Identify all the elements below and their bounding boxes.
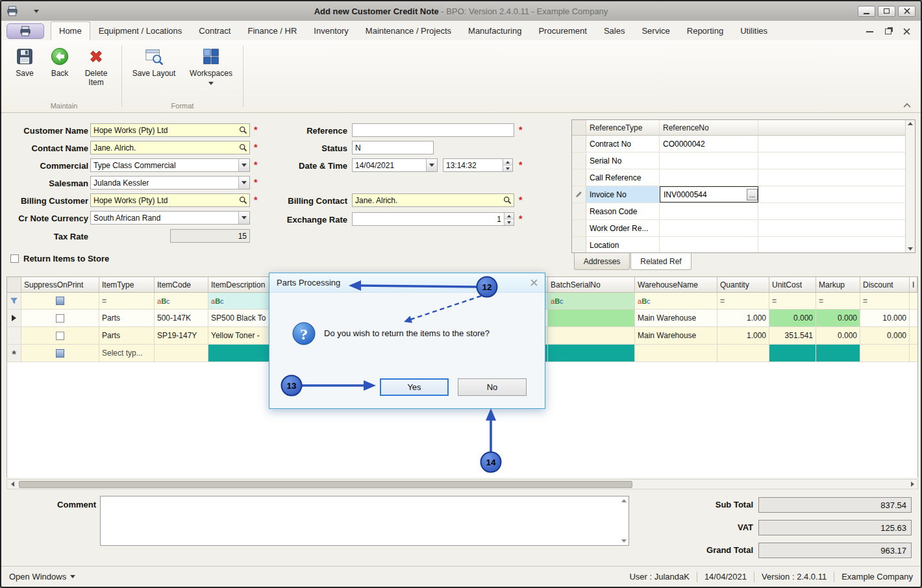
reference-row-reason[interactable]: Reason Code	[572, 203, 905, 220]
dialog-close-icon[interactable]	[530, 279, 538, 286]
mdi-minimize-icon[interactable]	[866, 31, 873, 32]
reference-no-cell[interactable]	[660, 220, 758, 236]
collapse-ribbon-icon[interactable]	[903, 103, 912, 108]
search-icon[interactable]	[239, 196, 247, 204]
suppress-checkbox[interactable]	[56, 332, 64, 340]
reference-row-contract[interactable]: Contract No CO0000042	[572, 136, 905, 153]
scrollbar-thumb[interactable]	[19, 481, 632, 488]
close-button[interactable]	[898, 6, 916, 17]
discount-cell[interactable]: 10.000	[860, 310, 910, 326]
suppress-checkbox[interactable]	[56, 314, 64, 323]
tab-addresses[interactable]: Addresses	[574, 253, 630, 270]
tab-equipment-locations[interactable]: Equipment / Locations	[90, 21, 191, 40]
maximize-button[interactable]	[878, 6, 895, 17]
text-filter-icon[interactable]: aBc	[638, 297, 651, 305]
itemtype-cell[interactable]: Parts	[99, 327, 155, 344]
tab-finance-hr[interactable]: Finance / HR	[239, 21, 305, 40]
unitcost-cell[interactable]: 351.541	[769, 327, 816, 344]
itemcode-cell[interactable]	[155, 345, 208, 361]
tab-reporting[interactable]: Reporting	[679, 21, 732, 40]
markup-cell[interactable]: 0.000	[816, 327, 860, 344]
batchserial-cell[interactable]	[548, 310, 635, 326]
itemcode-cell[interactable]: 500-147K	[155, 310, 208, 326]
warehouse-cell[interactable]: Main Warehouse	[635, 310, 717, 326]
equals-filter-icon[interactable]: =	[102, 297, 106, 306]
tab-manufacturing[interactable]: Manufacturing	[460, 21, 530, 40]
column-header-suppressonprint[interactable]: SuppressOnPrint	[21, 277, 99, 292]
return-items-checkbox[interactable]	[10, 254, 19, 263]
back-button[interactable]: Back	[44, 47, 75, 79]
comment-input[interactable]	[100, 496, 629, 546]
search-icon[interactable]	[239, 126, 247, 134]
discount-cell[interactable]: 0.000	[860, 327, 910, 344]
date-picker[interactable]: 14/04/2021	[352, 158, 438, 172]
quantity-cell[interactable]: 1.000	[717, 310, 769, 326]
reference-input[interactable]	[352, 123, 514, 137]
tab-contract[interactable]: Contract	[190, 21, 239, 40]
dropdown-button[interactable]	[238, 177, 249, 189]
column-header-referenceno[interactable]: ReferenceNo	[660, 120, 758, 135]
reference-no-cell[interactable]	[660, 237, 758, 252]
dropdown-button[interactable]	[426, 159, 437, 171]
spinner-buttons[interactable]	[504, 213, 514, 225]
tab-home[interactable]: Home	[51, 21, 90, 40]
column-header-clipped[interactable]: I	[910, 277, 917, 292]
customer-name-input[interactable]: Hope Works (Pty) Ltd	[90, 123, 250, 137]
column-header-quantity[interactable]: Quantity	[717, 277, 769, 292]
cr-note-currency-select[interactable]: South African Rand	[90, 211, 250, 225]
reference-no-cell[interactable]	[660, 153, 758, 169]
reference-row-location[interactable]: Location	[572, 237, 905, 252]
billing-customer-input[interactable]: Hope Works (Pty) Ltd	[90, 193, 250, 207]
batchserial-cell[interactable]	[548, 345, 635, 361]
workspaces-button[interactable]: Workspaces	[186, 47, 236, 85]
scroll-up-icon[interactable]	[908, 122, 913, 125]
batchserial-cell[interactable]	[548, 327, 635, 344]
tax-rate-field[interactable]: 15	[170, 229, 250, 243]
reference-row-call[interactable]: Call Reference	[572, 169, 905, 186]
minimize-button[interactable]	[858, 6, 875, 17]
column-header-warehousename[interactable]: WarehouseName	[635, 277, 717, 292]
scroll-down-icon[interactable]	[908, 247, 913, 251]
spinner-buttons[interactable]	[503, 159, 512, 171]
salesman-select[interactable]: Julanda Kessler	[90, 176, 250, 190]
unitcost-cell[interactable]: 0.000	[769, 310, 816, 326]
reference-row-serial[interactable]: Serial No	[572, 153, 905, 169]
reference-type-cell[interactable]: Contract No	[586, 136, 660, 152]
search-icon[interactable]	[503, 196, 512, 204]
tab-sales[interactable]: Sales	[595, 21, 634, 40]
column-header-batchserialno[interactable]: BatchSerialNo	[548, 277, 635, 292]
reference-no-cell[interactable]: CO0000042	[660, 136, 758, 152]
invoice-no-editor[interactable]: INV0000544 ...	[660, 186, 758, 202]
equals-filter-icon[interactable]: =	[772, 297, 777, 306]
save-layout-button[interactable]: Save Layout	[130, 47, 178, 79]
search-icon[interactable]	[239, 143, 247, 152]
reference-no-cell[interactable]	[660, 169, 758, 186]
mdi-restore-icon[interactable]	[885, 29, 891, 34]
exchange-rate-spinner[interactable]: 1	[352, 212, 514, 226]
text-filter-icon[interactable]: aBc	[157, 297, 170, 305]
contact-name-input[interactable]: Jane. Alrich.	[90, 141, 250, 154]
equals-filter-icon[interactable]: =	[863, 297, 867, 306]
commercial-select[interactable]: Type Class Commercial	[90, 158, 250, 172]
itemcode-cell[interactable]: SP19-147Y	[155, 327, 208, 344]
itemtype-cell[interactable]: Parts	[99, 310, 155, 326]
markup-cell[interactable]	[816, 345, 860, 361]
lookup-ellipsis-button[interactable]: ...	[747, 189, 758, 201]
tab-procurement[interactable]: Procurement	[530, 21, 595, 40]
tab-maintenance-projects[interactable]: Maintenance / Projects	[357, 21, 460, 40]
no-button[interactable]: No	[458, 378, 527, 396]
discount-cell[interactable]	[860, 345, 910, 361]
tab-utilities[interactable]: Utilities	[732, 21, 776, 40]
scroll-down-icon[interactable]	[621, 539, 627, 543]
horizontal-scrollbar[interactable]	[6, 479, 918, 489]
column-header-itemtype[interactable]: ItemType	[99, 277, 155, 292]
save-button[interactable]: Save	[9, 47, 40, 79]
column-header-unitcost[interactable]: UnitCost	[769, 277, 816, 292]
quick-access-caret-icon[interactable]	[34, 10, 39, 13]
reference-type-cell[interactable]: Location	[586, 237, 660, 252]
equals-filter-icon[interactable]: =	[819, 297, 823, 306]
yes-button[interactable]: Yes	[380, 378, 449, 396]
suppress-checkbox[interactable]	[56, 349, 64, 358]
tab-related-ref[interactable]: Related Ref	[630, 253, 692, 270]
reference-type-cell[interactable]: Serial No	[586, 153, 660, 169]
